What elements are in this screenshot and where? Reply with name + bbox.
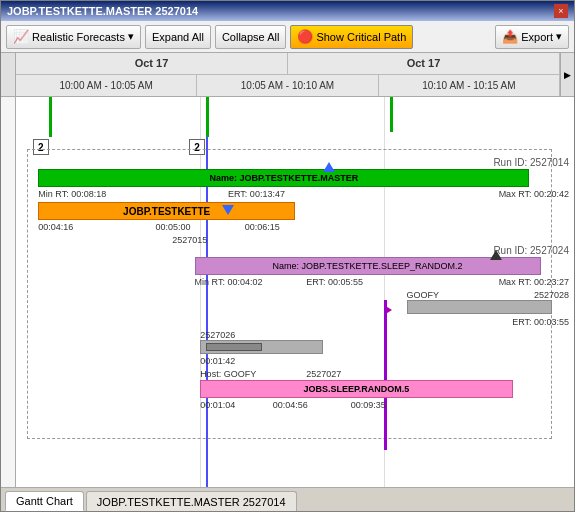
expand-all-label: Expand All <box>152 31 204 43</box>
ert-3: ERT: 00:03:55 <box>512 317 569 327</box>
title-bar: JOBP.TESTKETTE.MASTER 2527014 × <box>1 1 574 21</box>
pink-bar-label: JOBS.SLEEP.RANDOM.5 <box>303 384 409 394</box>
gantt-left-gutter <box>1 97 16 487</box>
dark-gray-bar <box>206 343 262 351</box>
host-goofy-2: Host: GOOFY <box>200 369 256 379</box>
job-id-2527027: 2527027 <box>306 369 341 379</box>
green-marker-1 <box>49 97 52 137</box>
show-critical-path-button[interactable]: 🔴 Show Critical Path <box>290 25 413 49</box>
time-label-pink-3: 00:09:35 <box>351 400 386 410</box>
gray-bar-right[interactable] <box>407 300 552 314</box>
dropdown-arrow-icon: ▾ <box>128 30 134 43</box>
toolbar: 📈 Realistic Forecasts ▾ Expand All Colla… <box>1 21 574 53</box>
close-button[interactable]: × <box>554 4 568 18</box>
tab-bar: Gantt Chart JOBP.TESTKETTE.MASTER 252701… <box>1 487 574 511</box>
realistic-forecasts-button[interactable]: 📈 Realistic Forecasts ▾ <box>6 25 141 49</box>
date-row: Oct 17 Oct 17 <box>16 53 560 75</box>
job-id-2527026: 2527026 <box>200 330 235 340</box>
time-cell-2: 10:05 AM - 10:10 AM <box>197 75 378 96</box>
tab-gantt-chart[interactable]: Gantt Chart <box>5 491 84 511</box>
time-label-pink-1: 00:01:04 <box>200 400 235 410</box>
gantt-body: 2 2 Run ID: 2527014 Name: JOBP.TESTKETTE… <box>1 97 574 487</box>
gantt-header: Oct 17 Oct 17 10:00 AM - 10:05 AM 10:05 … <box>1 53 574 97</box>
connector-v1 <box>384 300 387 450</box>
collapse-all-button[interactable]: Collapse All <box>215 25 286 49</box>
scroll-right-button[interactable]: ▶ <box>560 53 574 96</box>
header-dates: Oct 17 Oct 17 10:00 AM - 10:05 AM 10:05 … <box>16 53 560 96</box>
critical-path-icon: 🔴 <box>297 29 313 44</box>
pink-bar[interactable]: JOBS.SLEEP.RANDOM.5 <box>200 380 512 398</box>
header-left-gutter <box>1 53 16 96</box>
min-rt-2: Min RT: 00:04:02 <box>195 277 263 287</box>
gantt-canvas: 2 2 Run ID: 2527014 Name: JOBP.TESTKETTE… <box>16 97 574 487</box>
export-button[interactable]: 📤 Export ▾ <box>495 25 569 49</box>
job-id-2528: 2527028 <box>534 290 569 300</box>
forecast-icon: 📈 <box>13 29 29 44</box>
time-label-00-01-42: 00:01:42 <box>200 356 235 366</box>
time-label-pink-2: 00:04:56 <box>273 400 308 410</box>
triangle-up-purple <box>490 250 502 260</box>
main-window: JOBP.TESTKETTE.MASTER 2527014 × 📈 Realis… <box>0 0 575 512</box>
time-cell-3: 10:10 AM - 10:15 AM <box>379 75 560 96</box>
export-label: Export <box>521 31 553 43</box>
purple-bar[interactable]: Name: JOBP.TESTKETTE.SLEEP_RANDOM.2 <box>195 257 541 275</box>
ert-2: ERT: 00:05:55 <box>306 277 363 287</box>
max-rt-2: Max RT: 00:23:27 <box>499 277 569 287</box>
host-goofy-1: GOOFY <box>407 290 440 300</box>
green-marker-3 <box>390 97 393 132</box>
export-icon: 📤 <box>502 29 518 44</box>
time-cell-1: 10:00 AM - 10:05 AM <box>16 75 197 96</box>
expand-all-button[interactable]: Expand All <box>145 25 211 49</box>
collapse-all-label: Collapse All <box>222 31 279 43</box>
purple-bar-label: Name: JOBP.TESTKETTE.SLEEP_RANDOM.2 <box>273 261 463 271</box>
tab-job-master[interactable]: JOBP.TESTKETTE.MASTER 2527014 <box>86 491 297 511</box>
green-marker-2 <box>206 97 209 137</box>
window-title: JOBP.TESTKETTE.MASTER 2527014 <box>7 5 198 17</box>
time-row: 10:00 AM - 10:05 AM 10:05 AM - 10:10 AM … <box>16 75 560 96</box>
show-critical-path-label: Show Critical Path <box>316 31 406 43</box>
date-cell-1: Oct 17 <box>16 53 288 74</box>
realistic-forecasts-label: Realistic Forecasts <box>32 31 125 43</box>
export-dropdown-icon: ▾ <box>556 30 562 43</box>
date-cell-2: Oct 17 <box>288 53 560 74</box>
